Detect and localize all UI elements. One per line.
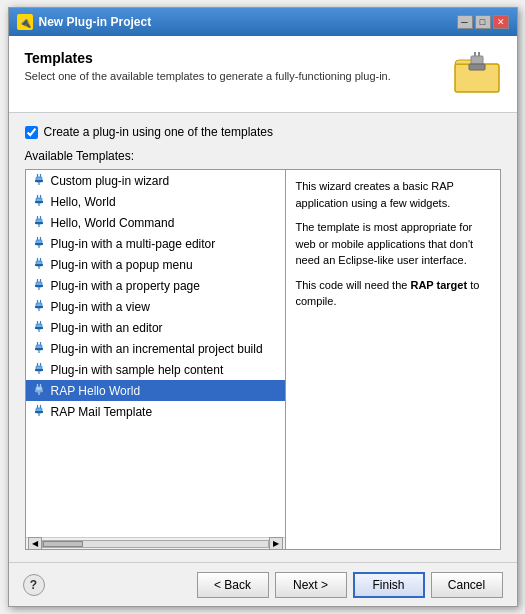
template-item[interactable]: Plug-in with a multi-page editor bbox=[26, 233, 285, 254]
next-button[interactable]: Next > bbox=[275, 572, 347, 598]
help-button[interactable]: ? bbox=[23, 574, 45, 596]
template-list[interactable]: Custom plug-in wizard Hello, World Hello… bbox=[26, 170, 285, 537]
title-bar: 🔌 New Plug-in Project ─ □ ✕ bbox=[9, 8, 517, 36]
plug-icon bbox=[32, 403, 46, 420]
window-title: New Plug-in Project bbox=[39, 15, 152, 29]
scrollbar-thumb bbox=[43, 541, 83, 547]
plug-icon bbox=[32, 193, 46, 210]
svg-rect-44 bbox=[35, 327, 43, 329]
template-item-label: RAP Mail Template bbox=[51, 405, 153, 419]
template-item-label: Plug-in with a property page bbox=[51, 279, 200, 293]
plug-icon bbox=[32, 382, 46, 399]
template-item[interactable]: RAP Hello World bbox=[26, 380, 285, 401]
finish-button[interactable]: Finish bbox=[353, 572, 425, 598]
footer-buttons: < Back Next > Finish Cancel bbox=[197, 572, 503, 598]
template-item-label: Custom plug-in wizard bbox=[51, 174, 170, 188]
template-item[interactable]: Hello, World Command bbox=[26, 212, 285, 233]
create-plugin-checkbox[interactable] bbox=[25, 126, 38, 139]
svg-rect-4 bbox=[469, 64, 485, 70]
plug-icon bbox=[32, 319, 46, 336]
template-item-label: Plug-in with an editor bbox=[51, 321, 163, 335]
template-item-label: Hello, World bbox=[51, 195, 116, 209]
svg-rect-24 bbox=[35, 243, 43, 245]
svg-rect-49 bbox=[35, 348, 43, 350]
minimize-button[interactable]: ─ bbox=[457, 15, 473, 29]
description-line1: This wizard creates a basic RAP applicat… bbox=[296, 178, 490, 211]
template-item[interactable]: Plug-in with a view bbox=[26, 296, 285, 317]
header-folder-icon bbox=[453, 50, 501, 98]
description-panel: This wizard creates a basic RAP applicat… bbox=[286, 170, 500, 549]
main-window: 🔌 New Plug-in Project ─ □ ✕ Templates Se… bbox=[8, 7, 518, 607]
content-area: Create a plug-in using one of the templa… bbox=[9, 113, 517, 562]
template-item-label: Hello, World Command bbox=[51, 216, 175, 230]
header-text: Templates Select one of the available te… bbox=[25, 50, 391, 82]
restore-button[interactable]: □ bbox=[475, 15, 491, 29]
footer-left: ? bbox=[23, 574, 45, 596]
template-item-label: Plug-in with an incremental project buil… bbox=[51, 342, 263, 356]
plug-icon bbox=[32, 235, 46, 252]
plug-icon bbox=[32, 340, 46, 357]
template-item-label: Plug-in with a view bbox=[51, 300, 150, 314]
footer: ? < Back Next > Finish Cancel bbox=[9, 562, 517, 606]
plug-icon bbox=[32, 172, 46, 189]
header-title: Templates bbox=[25, 50, 391, 66]
cancel-button[interactable]: Cancel bbox=[431, 572, 503, 598]
template-item[interactable]: Hello, World bbox=[26, 191, 285, 212]
create-plugin-label: Create a plug-in using one of the templa… bbox=[44, 125, 273, 139]
template-item-label: RAP Hello World bbox=[51, 384, 141, 398]
rap-target-bold: RAP target bbox=[410, 279, 467, 291]
scroll-left-button[interactable]: ◀ bbox=[28, 537, 42, 550]
scroll-right-button[interactable]: ▶ bbox=[269, 537, 283, 550]
window-icon: 🔌 bbox=[17, 14, 33, 30]
template-item-label: Plug-in with sample help content bbox=[51, 363, 224, 377]
plug-icon bbox=[32, 256, 46, 273]
back-button[interactable]: < Back bbox=[197, 572, 269, 598]
template-item[interactable]: Plug-in with a popup menu bbox=[26, 254, 285, 275]
svg-rect-59 bbox=[35, 390, 43, 392]
template-item[interactable]: Plug-in with an incremental project buil… bbox=[26, 338, 285, 359]
description-line2: The template is most appropriate for web… bbox=[296, 219, 490, 269]
svg-rect-39 bbox=[35, 306, 43, 308]
description-line3: This code will need the RAP target to co… bbox=[296, 277, 490, 310]
template-item[interactable]: Plug-in with sample help content bbox=[26, 359, 285, 380]
svg-rect-9 bbox=[35, 180, 43, 182]
svg-rect-19 bbox=[35, 222, 43, 224]
svg-rect-34 bbox=[35, 285, 43, 287]
svg-rect-29 bbox=[35, 264, 43, 266]
plug-icon bbox=[32, 214, 46, 231]
available-templates-label: Available Templates: bbox=[25, 149, 501, 163]
svg-rect-64 bbox=[35, 411, 43, 413]
header-section: Templates Select one of the available te… bbox=[9, 36, 517, 113]
template-item-label: Plug-in with a popup menu bbox=[51, 258, 193, 272]
template-item[interactable]: Plug-in with a property page bbox=[26, 275, 285, 296]
svg-rect-14 bbox=[35, 201, 43, 203]
header-subtitle: Select one of the available templates to… bbox=[25, 70, 391, 82]
title-bar-left: 🔌 New Plug-in Project bbox=[17, 14, 152, 30]
plug-icon bbox=[32, 361, 46, 378]
svg-rect-1 bbox=[471, 56, 483, 64]
close-button[interactable]: ✕ bbox=[493, 15, 509, 29]
title-buttons: ─ □ ✕ bbox=[457, 15, 509, 29]
template-item-label: Plug-in with a multi-page editor bbox=[51, 237, 216, 251]
plug-icon bbox=[32, 277, 46, 294]
template-list-container: Custom plug-in wizard Hello, World Hello… bbox=[26, 170, 286, 549]
svg-rect-54 bbox=[35, 369, 43, 371]
create-plugin-checkbox-row: Create a plug-in using one of the templa… bbox=[25, 125, 501, 139]
templates-area: Custom plug-in wizard Hello, World Hello… bbox=[25, 169, 501, 550]
template-item[interactable]: Plug-in with an editor bbox=[26, 317, 285, 338]
plug-icon bbox=[32, 298, 46, 315]
template-item[interactable]: Custom plug-in wizard bbox=[26, 170, 285, 191]
template-item[interactable]: RAP Mail Template bbox=[26, 401, 285, 422]
horizontal-scrollbar[interactable]: ◀ ▶ bbox=[26, 537, 285, 549]
scrollbar-track bbox=[42, 540, 269, 548]
